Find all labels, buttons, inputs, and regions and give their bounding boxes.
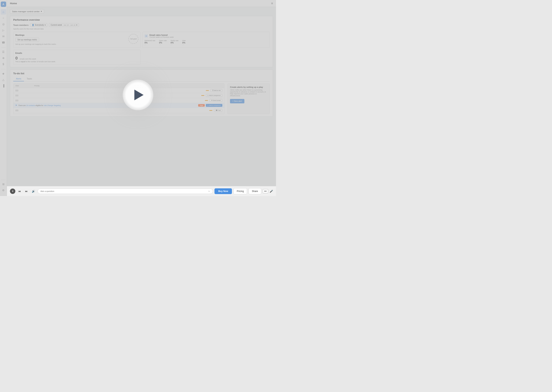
rewind-button[interactable]: ⏮ [17, 189, 22, 194]
inter-label: Inter [182, 40, 186, 42]
priority-badge [206, 90, 209, 91]
col-alert: Alert [15, 85, 19, 87]
funnel-metrics: Delivered rate 0% --- Open rate 0% --- R… [145, 40, 268, 46]
dropdown-arrow-icon-team: ▾ [45, 24, 46, 26]
setup-meetings-button[interactable]: Set up meetings metric [15, 38, 39, 42]
sidebar-item-globe[interactable]: ◎ [1, 21, 6, 27]
sidebar-item-integrations[interactable]: ⊞ [1, 182, 6, 187]
set-goal-circle[interactable]: Set goal [128, 34, 138, 44]
topbar: Home ≡ [7, 0, 276, 7]
alert-panel-desc: Alerts notify you when there is a promis… [230, 89, 267, 97]
add-sequence-highlight-button[interactable]: ▷ Add to sequence [206, 104, 222, 107]
priority-badge [201, 95, 204, 96]
sidebar-item-phone[interactable]: ☎ [1, 40, 6, 45]
team-hint: Specify users for the most relevant data [13, 28, 270, 30]
meetings-title: Meetings [15, 34, 57, 36]
dashboard-selector[interactable]: Sales manager control center ▾ [10, 9, 44, 14]
pricing-button[interactable]: Pricing [233, 188, 247, 194]
delivered-change: --- [145, 44, 155, 46]
team-members-row: Team members 👤 Everybody ▾ Current week … [13, 23, 270, 27]
todo-title: To-do list [13, 72, 270, 75]
alerts-table: Alert Priority ☰ Add to list [13, 84, 225, 114]
funnel-subtitle: Current week vs Previous week [150, 36, 174, 38]
hamburger-menu-icon[interactable]: ≡ [271, 2, 273, 5]
pause-icon: ⏸ [12, 190, 14, 193]
new-alert-button[interactable]: + New alert [230, 99, 244, 103]
open-rate: Open rate 0% --- [159, 40, 167, 46]
table-row: ☰ Add to list [14, 88, 224, 93]
highlight-text: There are 15 contacts eligible for Job C… [18, 105, 197, 106]
add-to-list-button[interactable]: ☰ Add to list [211, 89, 222, 92]
performance-title: Performance overview [13, 18, 270, 21]
priority-badge [209, 110, 212, 111]
sidebar-divider-2 [1, 69, 6, 69]
table-row: ▷ Add to sequence [14, 93, 224, 98]
add-to-list-button-2[interactable]: ☎ Call [214, 109, 222, 112]
tab-alerts[interactable]: Alerts [13, 76, 24, 81]
mute-icon: 🎤 [270, 190, 273, 193]
reply-change: --- [171, 44, 178, 46]
current-week-dropdown[interactable]: Current week Jun 10 - Jun 16 ▾ [49, 23, 79, 27]
send-email-button[interactable]: ✉ Send email [210, 99, 222, 102]
sidebar-item-barchart[interactable]: ▐ [1, 83, 6, 88]
add-to-sequence-button[interactable]: ▷ Add to sequence [206, 94, 222, 97]
sidebar-item-mail[interactable]: ✉ [1, 34, 6, 39]
forward-button[interactable]: ⏭ [24, 189, 29, 194]
job-change-link[interactable]: Job Change Targeting [44, 105, 61, 106]
open-label: Open rate [159, 40, 167, 42]
ask-input-container: ➤ [37, 189, 213, 194]
team-label: Team members [13, 24, 29, 26]
sidebar-item-home[interactable]: ⌂ [1, 9, 6, 14]
table-header: Alert Priority [14, 84, 224, 88]
highlight-row: ⚑ There are 15 contacts eligible for Job… [14, 103, 224, 108]
tab-tasks[interactable]: Tasks [24, 76, 35, 81]
sidebar-item-settings[interactable]: ⚙ [1, 188, 6, 193]
cc-button[interactable]: CC [263, 189, 268, 193]
alert-panel-title: Create alerts by setting up a play [230, 86, 267, 88]
sidebar-item-search[interactable]: ○ [1, 15, 6, 21]
emails-equal: equal [21, 61, 25, 63]
everybody-label: Everybody [35, 24, 44, 26]
row-icon [15, 99, 18, 101]
share-button[interactable]: Share [249, 188, 261, 194]
reply-label: Reply rate [171, 40, 178, 42]
delivered-rate: Delivered rate 0% --- [145, 40, 155, 46]
open-value: 0% [159, 42, 167, 44]
app-logo[interactable]: A [1, 1, 6, 7]
dropdown-arrow-icon: ▾ [41, 10, 42, 13]
everybody-dropdown[interactable]: 👤 Everybody ▾ [30, 23, 47, 27]
buy-now-button[interactable]: Buy Now [214, 188, 232, 194]
send-icon[interactable]: ➤ [208, 190, 210, 193]
play-triangle-icon [134, 90, 144, 100]
emails-desc: emails sent this week [20, 58, 36, 60]
delivered-label: Delivered rate [145, 40, 155, 42]
col-priority: Priority [34, 85, 40, 87]
volume-button[interactable]: 🔊 [31, 189, 36, 194]
sidebar: A ⌂ ○ ◎ ▷ ✉ ☎ ☰ ⊕ $ ◈ △ ▐ ⊞ ⚙ [0, 0, 7, 196]
row-icon [15, 110, 18, 112]
sidebar-item-deals[interactable]: $ [1, 62, 6, 67]
delivered-value: 0% [145, 42, 155, 44]
sidebar-item-sequences[interactable]: ▷ [1, 28, 6, 33]
sidebar-item-list[interactable]: ☰ [1, 49, 6, 55]
current-week-label: Current week [51, 24, 62, 26]
pause-button[interactable]: ⏸ [10, 189, 15, 194]
table-row: ☎ Call [14, 108, 224, 113]
mute-button[interactable]: 🎤 [270, 190, 273, 193]
email-funnel-card: ✉ Email rates funnel Current week vs Pre… [142, 32, 270, 48]
ask-input[interactable] [40, 190, 207, 192]
contacts-link[interactable]: 15 contacts [26, 105, 35, 106]
play-button[interactable] [123, 80, 153, 110]
sidebar-item-lookup[interactable]: ⊕ [1, 55, 6, 61]
sidebar-item-reports[interactable]: △ [1, 77, 6, 82]
row-icon [15, 90, 18, 91]
reply-value: 0% [171, 42, 178, 44]
forward-icon: ⏭ [25, 190, 28, 193]
dropdown-arrow-week: ▾ [76, 24, 77, 26]
alert-panel: Create alerts by setting up a play Alert… [227, 84, 270, 114]
reply-rate: Reply rate 0% --- [171, 40, 178, 46]
inter-rate: Inter 0% --- [182, 40, 186, 46]
metrics-grid: Meetings Set up meetings metric Set up y… [13, 32, 270, 65]
sidebar-item-analytics[interactable]: ◈ [1, 71, 6, 76]
emails-title: Emails [15, 52, 138, 54]
